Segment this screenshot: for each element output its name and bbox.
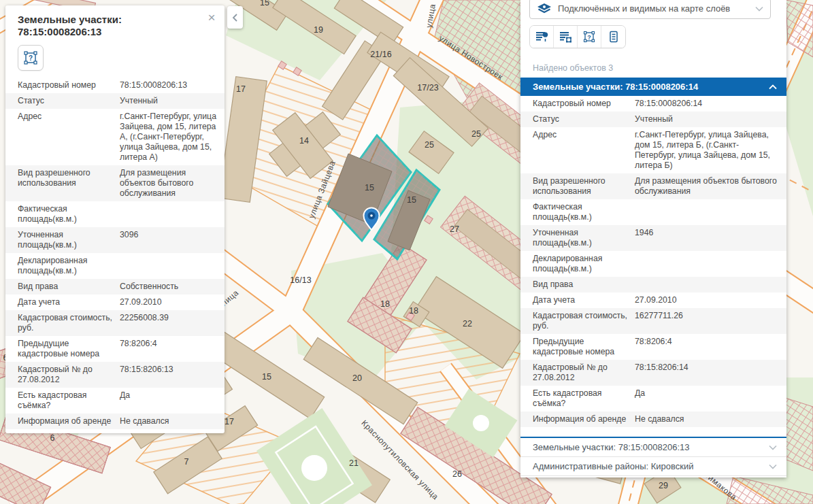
detail-row-label: Кадастровая стоимость, руб. [18, 313, 120, 333]
building-label: 26 [452, 469, 462, 479]
detail-row-value: 27.09.2010 [635, 295, 778, 305]
chevron-left-icon [232, 13, 238, 22]
detail-row-label: Предыдущие кадастровые номера [533, 337, 635, 357]
detail-row: Уточненная площадь(кв.м.)1946 [520, 225, 786, 251]
identify-parcel-icon: ? [582, 30, 596, 44]
building-label: 18 [409, 306, 418, 316]
detail-row-value: Да [635, 388, 778, 409]
detail-row: Фактическая площадь(кв.м.) [5, 201, 225, 227]
chevron-up-icon [769, 84, 777, 90]
building-label: 15 [260, 0, 269, 7]
detail-row-label: Декларированная площадь(кв.м.) [18, 256, 120, 276]
svg-text:?: ? [29, 54, 33, 62]
detail-row-value [120, 256, 216, 276]
detail-row-label: Есть кадастровая съёмка? [18, 390, 120, 411]
collapsed-results: Земельные участки: 78:15:0008206:13Админ… [520, 437, 786, 476]
building-label: 15 [365, 183, 374, 192]
detail-row-value: г.Санкт-Петербург, улица Зайцева, дом 15… [635, 130, 778, 171]
detail-row-value: Не сдавался [635, 414, 778, 424]
list-with-pin-button[interactable] [530, 26, 554, 48]
detail-row-label: Вид разрешенного использования [533, 176, 635, 197]
detail-row-label: Кадастровая стоимость, руб. [533, 311, 635, 331]
building-label: 18 [380, 299, 390, 309]
detail-row-label: Фактическая площадь(кв.м.) [18, 204, 120, 224]
detail-row: Вид права [520, 277, 786, 292]
results-count: Найдено объектов 3 [533, 63, 786, 73]
detail-row: СтатусУчтенный [520, 112, 786, 127]
layers-scope-dropdown[interactable]: Подключённых и видимых на карте слоёв [529, 0, 771, 19]
chevron-down-icon [769, 445, 777, 450]
detail-row: Кадастровая стоимость, руб.22256008.39 [5, 310, 225, 336]
building-label: 21 [349, 458, 359, 468]
identify-parcel-button[interactable]: ? [578, 26, 601, 48]
detail-row: Предыдущие кадастровые номера78:8206:4 [520, 334, 786, 360]
collapsed-result-row[interactable]: Административные районы: Кировский [520, 457, 786, 476]
detail-row: Фактическая площадь(кв.м.) [520, 199, 786, 225]
legend-document-button[interactable] [601, 26, 625, 48]
layers-icon [537, 3, 552, 14]
detail-row-value: Не сдавался [120, 416, 216, 426]
parcel-info-panel: Земельные участки: 78:15:0008206:13 × ? … [5, 5, 225, 433]
building-label: 21/16 [370, 50, 391, 59]
detail-row-label: Уточненная площадь(кв.м.) [533, 228, 635, 248]
list-with-area-button[interactable] [554, 26, 578, 48]
detail-row-value: г.Санкт-Петербург, улица Зайцева, дом 15… [120, 112, 216, 163]
detail-row: Кадастровая стоимость, руб.16277711.26 [520, 308, 786, 334]
result-header[interactable]: Земельные участки: 78:15:0008206:14 [520, 78, 786, 96]
building-label: 17/23 [417, 83, 438, 93]
collapsed-result-title: Земельные участки: 78:15:0008206:13 [533, 442, 690, 452]
building-label: 27 [450, 224, 459, 234]
detail-row-label: Декларированная площадь(кв.м.) [533, 254, 635, 274]
close-icon[interactable]: × [205, 11, 218, 24]
detail-row-value: 78:15:8206:14 [635, 363, 778, 383]
building-label: 16/13 [290, 275, 311, 285]
detail-row-label: Информация об аренде [533, 414, 635, 424]
detail-row-value [635, 254, 778, 274]
detail-row: Кадастровый номер78:15:0008206:13 [5, 78, 225, 93]
detail-row-value: 78:15:0008206:13 [120, 80, 216, 90]
detail-row: Дата учета27.09.2010 [5, 295, 225, 310]
detail-row-label: Кадастровый № до 27.08.2012 [18, 365, 120, 385]
building-label: 20 [352, 373, 362, 383]
building-label: 15 [262, 372, 271, 382]
detail-row-value [635, 202, 778, 222]
detail-row-value: 78:8206:4 [120, 339, 216, 359]
detail-row-value: 27.09.2010 [120, 297, 216, 307]
detail-row: Предыдущие кадастровые номера78:8206:4 [5, 336, 225, 362]
building-label: 25 [471, 129, 481, 139]
detail-row-label: Адрес [18, 112, 120, 163]
building-label: 17 [225, 417, 234, 426]
detail-row-value: 16277711.26 [635, 311, 778, 331]
identify-parcel-button[interactable]: ? [18, 45, 44, 71]
detail-row: Вид праваСобственность [5, 279, 225, 295]
detail-row-label: Статус [18, 96, 120, 106]
building-label: 17 [236, 84, 246, 94]
results-toolbar: ? [529, 25, 626, 48]
detail-row-label: Кадастровый номер [18, 80, 120, 90]
panel-collapse-button[interactable] [227, 6, 243, 29]
building-label: 6 [50, 433, 55, 443]
list-with-area-icon [559, 30, 572, 44]
collapsed-result-row[interactable]: Земельные участки: 78:15:0008206:13 [520, 438, 786, 457]
chevron-down-icon [755, 6, 763, 12]
parcel-info-header: Земельные участки: 78:15:0008206:13 × [5, 5, 225, 42]
detail-row-label: Дата учета [533, 295, 635, 305]
detail-row-label: Статус [533, 114, 635, 124]
layers-dropdown-label: Подключённых и видимых на карте слоёв [558, 3, 730, 14]
detail-row-label: Дата учета [18, 297, 120, 307]
detail-row: Есть кадастровая съёмка?Да [520, 386, 786, 411]
detail-row-value: 22256008.39 [120, 313, 216, 333]
detail-row: Кадастровый № до 27.08.201278:15:8206:14 [520, 360, 786, 386]
detail-row: Информация об арендеНе сдавался [5, 414, 225, 429]
detail-row-value: Собственность [120, 282, 216, 292]
detail-row: Вид разрешенного использованияДля размещ… [520, 173, 786, 199]
detail-row: Вид разрешенного использованияДля размещ… [5, 165, 225, 201]
cadastral-map-app: 151921/1617/231714252515152716/131818221… [0, 0, 813, 504]
detail-row-label: Вид права [533, 280, 635, 290]
search-results-panel: Подключённых и видимых на карте слоёв [520, 0, 786, 477]
detail-row: СтатусУчтенный [5, 93, 225, 109]
detail-row: Кадастровый номер78:15:0008206:14 [520, 96, 786, 112]
detail-row: Дата учета27.09.2010 [520, 292, 786, 308]
detail-row-value: Учтенный [635, 114, 778, 124]
detail-row: Уточненная площадь(кв.м.)3096 [5, 227, 225, 253]
